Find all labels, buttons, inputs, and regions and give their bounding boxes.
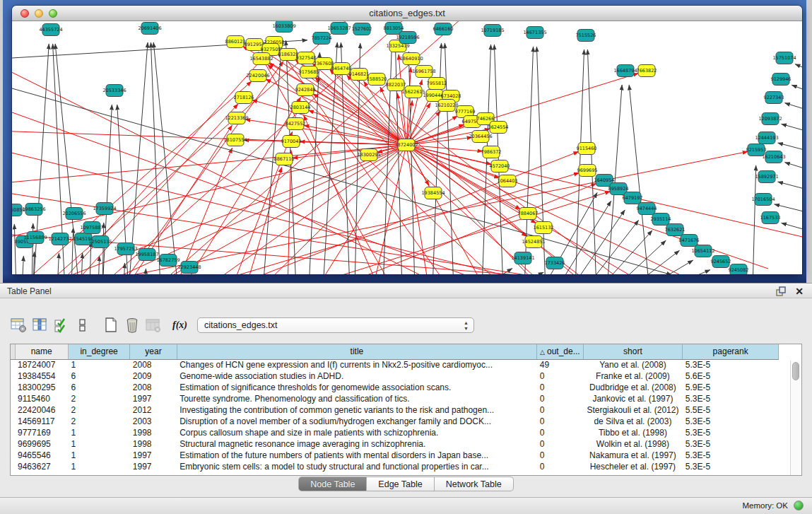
graph-node-teal[interactable]: 7632621 [665, 224, 686, 236]
graph-node-yellow[interactable]: 2718126 [234, 92, 254, 104]
cell-in_degree[interactable]: 1 [68, 359, 129, 370]
select-all-rows-button[interactable] [52, 316, 71, 334]
column-header-out_de[interactable]: △out_de... [537, 344, 583, 359]
cell-pagerank[interactable]: 5.3E-5 [683, 393, 779, 404]
column-header-pagerank[interactable]: pagerank [683, 344, 779, 359]
cell-year[interactable]: 1997 [130, 450, 177, 461]
citation-edge-black[interactable] [784, 163, 802, 173]
graph-node-yellow[interactable]: 7955812 [427, 78, 447, 90]
graph-node-teal[interactable]: 12923448 [177, 262, 201, 274]
graph-node-teal[interactable]: 15892971 [755, 171, 778, 183]
citation-edge-black[interactable] [408, 52, 415, 274]
cell-in_degree[interactable]: 1 [68, 427, 129, 438]
graph-node-yellow[interactable]: 9242848 [295, 84, 316, 96]
column-header-title[interactable]: title [177, 344, 537, 359]
graph-node-yellow[interactable]: 9115460 [577, 143, 597, 155]
graph-node-teal[interactable]: 9474444 [637, 203, 657, 215]
table-settings-button[interactable] [10, 316, 28, 334]
cell-pagerank[interactable]: 5.6E-5 [683, 370, 779, 382]
cell-short[interactable]: Jankovic et al. (1997) [583, 393, 683, 404]
column-header-short[interactable]: short [583, 344, 683, 359]
graph-node-teal[interactable]: 6466160 [433, 23, 454, 35]
graph-node-teal[interactable]: 19958187 [135, 249, 158, 261]
table-panel-header[interactable]: Table Panel ✕ [0, 283, 812, 298]
network-window-titlebar[interactable]: citations_edges.txt [12, 6, 802, 21]
graph-node-teal[interactable]: 20691406 [138, 23, 161, 35]
graph-node-teal[interactable]: 17957253 [114, 243, 137, 255]
table-row[interactable]: 1830029562008Estimation of significance … [11, 382, 779, 393]
graph-node-teal[interactable]: 10654112 [691, 245, 714, 257]
memory-ok-indicator-icon[interactable] [794, 501, 804, 510]
table-row[interactable]: 969969511998Structural magnetic resonanc… [11, 438, 779, 450]
table-selector-dropdown[interactable]: citations_edges.txt ▲▼ [197, 317, 474, 333]
graph-node-yellow[interactable]: 16543882 [249, 53, 273, 65]
cell-year[interactable]: 2012 [130, 404, 177, 416]
cell-title[interactable]: Tourette syndrome. Phenomenology and cla… [177, 393, 537, 404]
citation-edge-black[interactable] [129, 42, 148, 274]
graph-node-teal[interactable]: 14671355 [523, 27, 546, 39]
cell-title[interactable]: Investigating the contribution of common… [177, 404, 537, 416]
graph-node-teal[interactable]: 9245082 [729, 264, 749, 275]
column-header-in_degree[interactable]: in_degree [68, 344, 129, 359]
graph-node-yellow[interactable]: 4572040 [490, 160, 510, 173]
cell-out_de[interactable]: 0 [537, 370, 583, 382]
float-panel-icon[interactable] [775, 286, 787, 297]
citation-edge-black[interactable] [395, 42, 402, 274]
cell-year[interactable]: 2003 [130, 416, 177, 427]
graph-node-teal[interactable]: 12444193 [755, 132, 778, 144]
graph-node-yellow[interactable]: 16961758 [412, 66, 435, 78]
graph-node-teal[interactable]: 16033809 [272, 21, 295, 33]
graph-node-teal[interactable]: 7857224 [312, 33, 332, 45]
cell-name[interactable]: 9699695 [15, 438, 68, 450]
cell-title[interactable]: Structural magnetic resonance image aver… [177, 438, 537, 450]
graph-node-teal[interactable]: 19863256 [22, 204, 45, 216]
tab-node-table[interactable]: Node Table [298, 477, 367, 491]
graph-node-teal[interactable]: 19218596 [396, 32, 419, 44]
cell-title[interactable]: Disruption of a novel member of a sodium… [177, 416, 537, 427]
cell-out_de[interactable]: 0 [537, 427, 583, 438]
citation-edge-black[interactable] [587, 49, 596, 274]
graph-node-teal[interactable]: 44355724 [39, 24, 62, 36]
function-builder-button[interactable]: f(x) [172, 320, 187, 331]
table-row[interactable]: 1872400712008Changes of HCN gene express… [11, 359, 779, 370]
cell-pagerank[interactable]: 5.3E-5 [683, 450, 779, 461]
cell-title[interactable]: Corpus callosum shape and size in male p… [177, 427, 537, 438]
cell-title[interactable]: Embryonic stem cells: a model to study s… [177, 461, 537, 472]
graph-node-teal[interactable]: 9245652 [711, 256, 731, 268]
citation-edge-black[interactable] [22, 256, 23, 274]
citation-edge-black[interactable] [90, 242, 91, 274]
citation-edge-red[interactable] [12, 233, 705, 274]
citation-edge-black[interactable] [102, 105, 112, 274]
citation-edge-black[interactable] [753, 165, 756, 274]
cell-year[interactable]: 1997 [130, 393, 177, 404]
graph-node-teal[interactable]: 16648794 [613, 65, 637, 77]
citation-edge-red[interactable] [406, 145, 802, 240]
graph-node-yellow[interactable]: 7884067 [518, 208, 539, 220]
graph-node-yellow[interactable]: 7663822 [637, 65, 657, 77]
cell-pagerank[interactable]: 5.3E-5 [683, 416, 779, 427]
graph-node-teal[interactable]: 9129946 [771, 74, 792, 86]
table-row[interactable]: 1938455462009Genome-wide association stu… [11, 370, 779, 382]
cell-short[interactable]: de Silva et al. (2003) [583, 416, 683, 427]
graph-node-yellow[interactable]: 20364456 [469, 131, 492, 143]
citation-edge-black[interactable] [57, 253, 59, 274]
graph-node-yellow[interactable]: 2803144 [290, 102, 311, 114]
tab-network-table[interactable]: Network Table [435, 477, 514, 491]
graph-node-yellow[interactable]: 8427552 [286, 118, 306, 130]
cell-name[interactable]: 9115460 [15, 393, 68, 404]
cell-short[interactable]: Nakamura et al. (1997) [583, 450, 683, 461]
graph-node-teal[interactable]: 10975887 [80, 222, 103, 234]
citation-edge-black[interactable] [32, 223, 33, 274]
citation-edge-black[interactable] [12, 88, 671, 274]
graph-node-teal[interactable]: 20533346 [102, 85, 126, 97]
graph-node-teal[interactable]: 14139141 [511, 252, 534, 264]
graph-node-teal[interactable]: 12093872 [758, 113, 782, 125]
cell-short[interactable]: Dudbridge et al. (2008) [583, 382, 683, 393]
close-panel-icon[interactable]: ✕ [795, 286, 804, 297]
cell-name[interactable]: 14569117 [15, 416, 68, 427]
cell-out_de[interactable]: 0 [537, 438, 583, 450]
citation-edge-black[interactable] [14, 224, 16, 274]
citation-edge-black[interactable] [151, 42, 160, 274]
cell-year[interactable]: 1997 [130, 461, 177, 472]
cell-pagerank[interactable]: 5.3E-5 [683, 359, 779, 370]
